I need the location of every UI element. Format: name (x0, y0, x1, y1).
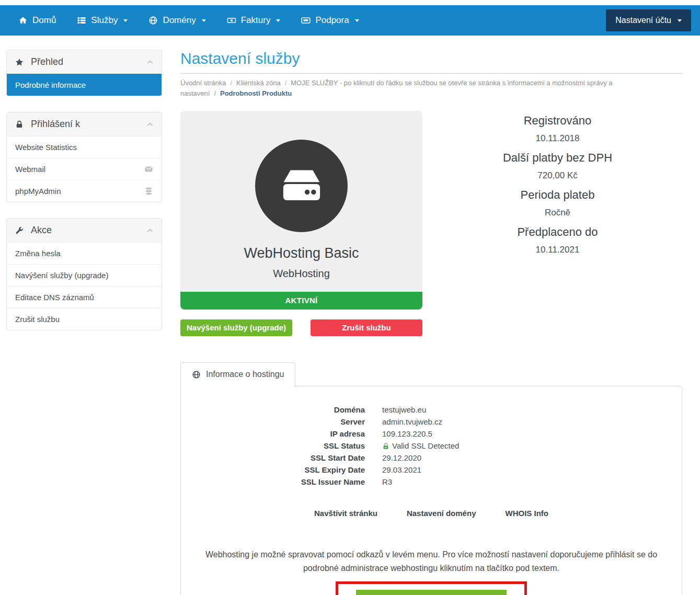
hosting-tab-section: Informace o hostingu Doména testujweb.eu… (180, 362, 682, 595)
sidebar-item-label: Webmail (15, 165, 45, 174)
info-value: 109.123.220.5 (382, 428, 682, 440)
sidebar-item-label: Navýšení služby (upgrade) (15, 271, 108, 280)
product-icon-circle (255, 140, 348, 232)
nav-item-services[interactable]: Služby (77, 15, 128, 26)
admin-login-label-line1: Klikněte pro přihlášení / Click for logi… (364, 593, 498, 595)
sidebar-item-website-statistics[interactable]: Website Statistics (7, 136, 162, 158)
product-name: WebHosting Basic (180, 245, 422, 261)
panel-title: Přihlášení k (31, 119, 80, 130)
sidebar-item-cancel-service[interactable]: Zrušit službu (7, 308, 162, 330)
panel-title: Přehled (31, 56, 63, 67)
caret-down-icon (123, 19, 128, 22)
ssl-lock-icon (382, 442, 389, 450)
sidebar-item-upgrade[interactable]: Navýšení služby (upgrade) (7, 264, 162, 286)
info-value: testujweb.eu (382, 404, 682, 416)
wrench-icon (15, 226, 24, 235)
info-value: 29.12.2020 (382, 452, 682, 464)
billing-value: 720,00 Kč (433, 170, 682, 181)
account-settings-button[interactable]: Nastavení účtu (606, 9, 691, 31)
billing-value: 10.11.2018 (433, 133, 682, 144)
info-label: SSL Status (181, 440, 382, 452)
info-label: IP adresa (181, 428, 382, 440)
billing-label: Registrováno (433, 114, 682, 128)
breadcrumb: Úvodní stránkaKlientská zónaMOJE SLUŽBY … (180, 78, 682, 98)
panel-header-logins[interactable]: Přihlášení k (7, 112, 162, 136)
tab-hosting-info[interactable]: Informace o hostingu (180, 362, 295, 386)
support-icon (301, 16, 311, 25)
sidebar-item-label: Změna hesla (15, 249, 61, 258)
ssl-status-value: Valid SSL Detected (382, 440, 682, 452)
visit-site-link[interactable]: Navštívit stránku (314, 509, 377, 518)
panel-header-overview[interactable]: Přehled (7, 50, 162, 74)
action-buttons: Navýšení služby (upgrade) Zrušit službu (180, 319, 422, 336)
product-card: WebHosting Basic WebHosting AKTIVNÍ (180, 111, 422, 310)
breadcrumb-client-zone[interactable]: Klientská zóna (226, 79, 280, 87)
nav-item-label: Domény (163, 15, 196, 26)
tab-label: Informace o hostingu (206, 370, 284, 379)
status-badge: AKTIVNÍ (180, 292, 422, 310)
sidebar: Přehled Podrobné informace Přihlášení k … (6, 50, 162, 346)
envelope-icon (144, 165, 153, 174)
caret-down-icon (355, 19, 359, 22)
domain-settings-link[interactable]: Nastavení domény (407, 509, 476, 518)
nav-item-label: Domů (32, 15, 56, 26)
webhosting-admin-login-button[interactable]: Klikněte pro přihlášení / Click for logi… (356, 590, 507, 595)
sidebar-item-label: Editace DNS záznamů (15, 293, 94, 302)
database-icon (144, 187, 153, 196)
whois-info-link[interactable]: WHOIS Info (505, 509, 548, 518)
sidebar-item-detailed-info[interactable]: Podrobné informace (7, 74, 162, 96)
admin-login-area: Klikněte pro přihlášení / Click for logi… (181, 581, 682, 595)
sidebar-item-label: Website Statistics (15, 143, 77, 152)
hosting-info-panel: Doména testujweb.eu Server admin.tvujweb… (180, 386, 682, 595)
main-content: Nastavení služby Úvodní stránkaKlientská… (180, 50, 682, 595)
sidebar-item-phpmyadmin[interactable]: phpMyAdmin (7, 180, 162, 202)
domain-links-row: Navštívit stránku Nastavení domény WHOIS… (181, 509, 682, 518)
globe-icon (192, 370, 201, 379)
info-label: SSL Start Date (181, 452, 382, 464)
billing-label: Další platby bez DPH (433, 151, 682, 165)
breadcrumb-home[interactable]: Úvodní stránka (180, 79, 226, 87)
account-settings-label: Nastavení účtu (615, 16, 671, 25)
chevron-up-icon (146, 227, 154, 234)
nav-item-invoices[interactable]: Faktury (227, 15, 281, 26)
info-label: Server (181, 416, 382, 428)
product-group: WebHosting (180, 268, 422, 280)
info-value: 29.03.2021 (382, 464, 682, 476)
top-navbar: Domů Služby Domény Faktury Podpora Nasta… (0, 5, 700, 36)
billing-value: 10.11.2021 (433, 245, 682, 255)
nav-item-support[interactable]: Podpora (301, 15, 359, 26)
nav-item-label: Podpora (315, 15, 349, 26)
home-icon (18, 16, 28, 25)
sidebar-item-webmail[interactable]: Webmail (7, 158, 162, 180)
invoices-icon (227, 16, 236, 25)
caret-down-icon (678, 19, 682, 22)
nav-item-label: Služby (91, 15, 118, 26)
panel-header-actions[interactable]: Akce (7, 219, 162, 242)
billing-label: Předplaceno do (433, 225, 682, 239)
nav-item-home[interactable]: Domů (18, 15, 56, 26)
chevron-up-icon (146, 59, 154, 66)
sidebar-panel-actions: Akce Změna hesla Navýšení služby (upgrad… (6, 218, 162, 330)
sidebar-panel-logins: Přihlášení k Website Statistics Webmail … (6, 112, 162, 202)
caret-down-icon (202, 19, 206, 22)
services-icon (77, 16, 86, 25)
globe-icon (148, 16, 158, 25)
info-value: admin.tvujweb.cz (382, 416, 682, 428)
sidebar-panel-overview: Přehled Podrobné informace (6, 50, 162, 96)
sidebar-item-change-password[interactable]: Změna hesla (7, 242, 162, 264)
server-icon (276, 161, 327, 212)
info-value: R3 (382, 476, 682, 488)
billing-info: Registrováno 10.11.2018 Další platby bez… (422, 111, 682, 310)
info-label: SSL Expiry Date (181, 464, 382, 476)
star-icon (15, 58, 24, 67)
cancel-service-button[interactable]: Zrušit službu (311, 319, 422, 336)
billing-label: Perioda plateb (433, 188, 682, 202)
info-label: Doména (181, 404, 382, 416)
page-layout: Přehled Podrobné informace Přihlášení k … (0, 36, 700, 595)
nav-item-label: Faktury (241, 15, 271, 26)
nav-item-domains[interactable]: Domény (148, 15, 205, 26)
annotation-red-box: Klikněte pro přihlášení / Click for logi… (336, 581, 527, 595)
upgrade-button[interactable]: Navýšení služby (upgrade) (180, 319, 292, 336)
sidebar-item-dns-edit[interactable]: Editace DNS záznamů (7, 286, 162, 308)
sidebar-item-label: phpMyAdmin (15, 187, 61, 196)
